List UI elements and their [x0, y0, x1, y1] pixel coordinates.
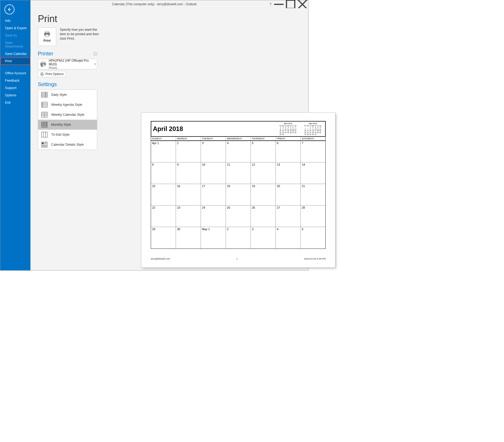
calendar-day-headers: SUNDAYMONDAYTUESDAYWEDNESDAYTHURSDAYFRID… [151, 137, 326, 141]
style-label: Tri-fold Style [51, 133, 70, 136]
calendar-cell: 5 [251, 141, 276, 162]
calendar-cell: 3 [251, 227, 276, 249]
calendar-cell: 28 [301, 206, 325, 227]
window-title: Calendar (This computer only) - terry@di… [112, 2, 196, 6]
calendar-row: 15161718192021 [151, 184, 325, 206]
back-button[interactable] [4, 4, 14, 14]
svg-rect-14 [41, 73, 43, 73]
calendar-cell: 6 [276, 141, 301, 162]
close-button[interactable] [297, 0, 308, 8]
page-title: Print [38, 13, 308, 24]
svg-rect-39 [41, 132, 47, 137]
style-label: Monthly Style [51, 123, 71, 127]
sidebar-item-exit[interactable]: Exit [0, 99, 30, 106]
svg-rect-5 [45, 31, 49, 33]
day-header: SATURDAY [301, 137, 325, 140]
calendar-cell: 15 [151, 184, 176, 206]
sidebar-item-save-calendar[interactable]: Save Calendar [0, 50, 30, 57]
calendar-row: 891011121314 [151, 162, 325, 184]
style-icon [41, 132, 48, 138]
style-calendar-details-style[interactable]: Calendar Details Style [38, 140, 97, 150]
printer-section-header: Printer [38, 51, 53, 57]
sidebar-item-save-attachments: Save Attachments [0, 39, 30, 50]
calendar-cell: 2 [226, 227, 251, 249]
printer-status: Ready [49, 66, 95, 69]
printer-icon [43, 31, 51, 37]
calendar-row: Apr 1234567 [151, 141, 325, 162]
calendar-cell: 4 [226, 141, 251, 162]
sidebar-item-options[interactable]: Options [0, 92, 30, 99]
settings-styles-list: Daily StyleWeekly Agenda StyleWeekly Cal… [38, 90, 97, 150]
style-icon [41, 122, 48, 128]
day-header: MONDAY [176, 137, 201, 140]
day-header: SUNDAY [151, 137, 176, 140]
style-label: Weekly Agenda Style [51, 103, 82, 107]
calendar-cell: 26 [251, 206, 276, 227]
printer-device-icon [40, 61, 47, 67]
info-icon[interactable]: i [93, 52, 97, 56]
calendar-cell: 9 [176, 162, 201, 184]
style-monthly-style[interactable]: Monthly Style [38, 120, 97, 130]
sidebar-item-support[interactable]: Support [0, 84, 30, 92]
calendar-cell: 4 [276, 227, 301, 249]
day-header: FRIDAY [276, 137, 301, 140]
svg-rect-7 [45, 35, 49, 37]
preview-footer-email: terry@diswell.com [151, 257, 170, 260]
sidebar-item-open-export[interactable]: Open & Export [0, 24, 30, 32]
backstage-sidebar: InfoOpen & ExportSave AsSave Attachments… [0, 0, 30, 270]
style-daily-style[interactable]: Daily Style [38, 90, 97, 100]
print-options-button[interactable]: Print Options [38, 71, 66, 77]
printer-dropdown[interactable]: HPA2F9A2 (HP Officejet Pro 8620) Ready ▾ [38, 59, 97, 69]
calendar-cell: 14 [301, 162, 325, 184]
style-weekly-calendar-style[interactable]: Weekly Calendar Style [38, 110, 97, 120]
print-button[interactable]: Print [38, 28, 56, 46]
style-tri-fold-style[interactable]: Tri-fold Style [38, 130, 97, 140]
titlebar: Calendar (This computer only) - terry@di… [0, 0, 308, 8]
calendar-cell: 19 [251, 184, 276, 206]
chevron-down-icon: ▾ [95, 63, 96, 65]
calendar-cell: 29 [151, 227, 176, 249]
minimize-button[interactable] [273, 0, 285, 8]
svg-rect-10 [42, 62, 45, 63]
print-preview: April 2018 April 2018SuMoTuWeThFrSa12345… [141, 113, 335, 267]
preview-footer-page: 1 [236, 257, 238, 260]
calendar-cell: 21 [301, 184, 325, 206]
maximize-button[interactable] [285, 0, 297, 8]
svg-rect-32 [41, 122, 47, 127]
calendar-cell: 5 [301, 227, 325, 249]
help-icon[interactable]: ? [269, 2, 272, 6]
mini-calendar: May 2018SuMoTuWeThFrSa123456789101112131… [304, 123, 321, 135]
print-button-label: Print [43, 39, 50, 43]
calendar-grid: Apr 123456789101112131415161718192021222… [151, 141, 326, 249]
print-description: Specify how you want the item to be prin… [60, 28, 101, 46]
calendar-cell: Apr 1 [151, 141, 176, 162]
style-label: Calendar Details Style [51, 143, 84, 146]
style-icon [41, 92, 48, 98]
calendar-cell: 2 [176, 141, 201, 162]
style-label: Daily Style [51, 93, 67, 97]
style-weekly-agenda-style[interactable]: Weekly Agenda Style [38, 100, 97, 110]
print-options-label: Print Options [45, 72, 64, 76]
sidebar-item-info[interactable]: Info [0, 17, 30, 24]
style-icon [41, 112, 48, 118]
calendar-cell: 23 [176, 206, 201, 227]
print-options-icon [40, 72, 44, 76]
calendar-cell: 30 [176, 227, 201, 249]
sidebar-item-office-account[interactable]: Office Account [0, 70, 30, 77]
calendar-cell: 25 [226, 206, 251, 227]
calendar-cell: 18 [226, 184, 251, 206]
day-header: THURSDAY [251, 137, 276, 140]
app-window: Calendar (This computer only) - terry@di… [0, 0, 309, 271]
day-header: WEDNESDAY [226, 137, 251, 140]
sidebar-item-print[interactable]: Print [0, 57, 30, 65]
svg-rect-16 [41, 92, 47, 97]
calendar-cell: 11 [226, 162, 251, 184]
calendar-cell: 3 [201, 141, 226, 162]
style-icon [41, 102, 48, 108]
calendar-cell: 7 [301, 141, 325, 162]
svg-rect-1 [287, 0, 295, 8]
sidebar-item-feedback[interactable]: Feedback [0, 77, 30, 84]
calendar-row: 22232425262728 [151, 206, 325, 227]
calendar-cell: May 1 [201, 227, 226, 249]
svg-point-8 [49, 33, 49, 34]
